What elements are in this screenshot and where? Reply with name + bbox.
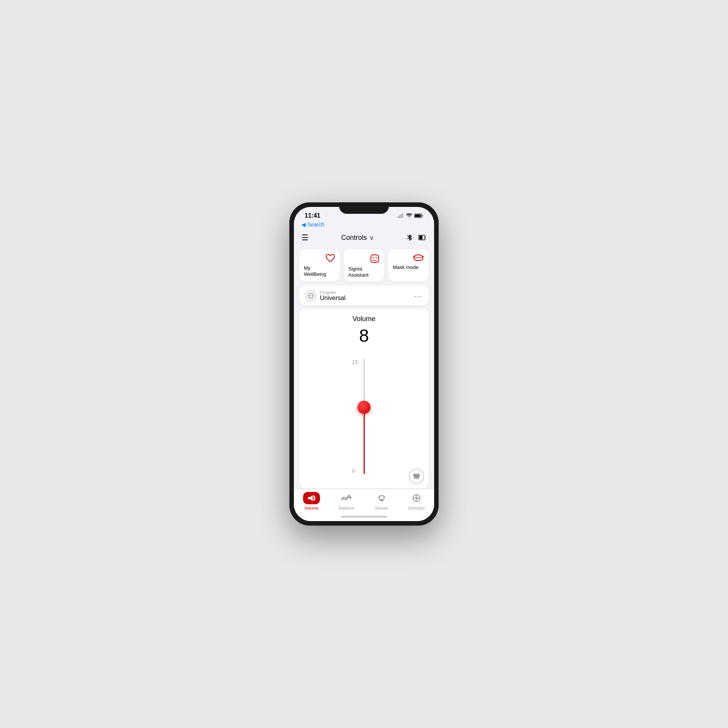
program-info: Program Universal [305, 290, 346, 302]
balance-tab-icon-wrap [338, 492, 355, 504]
assistant-icon [370, 254, 380, 264]
svg-rect-2 [400, 214, 402, 218]
chevron-down-icon[interactable]: ∨ [369, 234, 374, 241]
slider-track[interactable] [364, 359, 365, 474]
status-icons [397, 213, 423, 218]
tab-stream[interactable]: Stream [364, 492, 399, 510]
status-time: 11:41 [305, 212, 320, 219]
svg-point-28 [416, 498, 417, 499]
program-header: Program Universal ··· [299, 285, 429, 306]
assistant-card[interactable]: SigniaAssistant [344, 249, 384, 282]
direction-tab-label: Direction [408, 506, 425, 510]
more-button[interactable]: ··· [414, 292, 423, 300]
svg-line-14 [423, 256, 424, 257]
tab-volume[interactable]: Volume [294, 492, 329, 510]
phone-frame: 11:41 [289, 202, 439, 526]
volume-tab-icon [307, 495, 316, 502]
volume-section: Volume 8 15 0 [299, 309, 429, 489]
svg-point-12 [376, 257, 377, 259]
adjust-button[interactable] [409, 469, 424, 484]
min-label: 0 [352, 468, 358, 474]
svg-rect-8 [425, 236, 426, 239]
balance-tab-label: Balance [339, 506, 354, 510]
volume-title: Volume [353, 315, 375, 323]
slider-container: 15 0 [305, 351, 423, 482]
slider-thumb[interactable] [357, 401, 371, 414]
wifi-icon [406, 213, 412, 218]
program-text: Program Universal [320, 290, 346, 302]
volume-tab-icon-wrap [303, 492, 320, 504]
nav-bar: ☰ Controls ∨ [294, 230, 434, 246]
tab-bar: Volume Balance [294, 489, 434, 512]
program-label-text: Program [320, 290, 346, 295]
svg-rect-3 [402, 213, 403, 218]
svg-point-23 [418, 474, 420, 476]
direction-tab-icon-wrap [408, 492, 425, 504]
nav-title-area: Controls ∨ [341, 234, 374, 242]
device-battery-icon[interactable] [418, 233, 426, 242]
signal-icon [397, 213, 404, 218]
slider-fill-top [364, 359, 365, 407]
home-indicator-bar [341, 516, 387, 518]
slider-labels: 15 0 [352, 359, 358, 474]
menu-icon[interactable]: ☰ [302, 233, 308, 242]
stream-tab-icon-wrap [373, 492, 390, 504]
slider-track-area[interactable]: 15 0 [364, 359, 365, 474]
program-name: Universal [320, 295, 346, 302]
svg-line-13 [413, 256, 414, 257]
bluetooth-icon[interactable] [407, 233, 413, 242]
notch [339, 202, 389, 214]
svg-rect-9 [420, 236, 423, 239]
svg-point-22 [416, 476, 418, 478]
svg-marker-24 [308, 495, 313, 501]
svg-rect-10 [371, 255, 379, 262]
wellbeing-label: MyWellBeing [304, 265, 335, 277]
mask-card[interactable]: Mask mode [388, 249, 429, 282]
nav-title: Controls [341, 234, 367, 242]
heart-icon [325, 254, 335, 263]
stream-tab-label: Stream [375, 506, 388, 510]
slider-fill-bottom [364, 407, 365, 474]
globe-icon [305, 290, 316, 301]
program-card: Program Universal ··· [299, 285, 429, 306]
svg-rect-25 [379, 496, 384, 500]
nav-icons [407, 233, 426, 242]
svg-rect-0 [397, 216, 398, 218]
stream-tab-icon [377, 494, 386, 502]
back-button[interactable]: ◀ Search [294, 221, 434, 230]
quick-actions: MyWellBeing SigniaAssistant [294, 246, 434, 285]
max-label: 15 [352, 359, 358, 365]
svg-rect-5 [422, 215, 423, 217]
svg-rect-1 [399, 215, 400, 218]
tab-direction[interactable]: Direction [399, 492, 435, 510]
mask-icon [413, 254, 424, 262]
assistant-label: SigniaAssistant [348, 266, 380, 278]
balance-tab-icon [341, 495, 352, 502]
tab-balance[interactable]: Balance [329, 492, 364, 510]
svg-point-11 [373, 257, 374, 259]
battery-icon [414, 213, 423, 218]
direction-tab-icon [412, 494, 421, 502]
svg-point-21 [414, 474, 416, 476]
wellbeing-card[interactable]: MyWellBeing [299, 249, 340, 282]
svg-rect-6 [415, 215, 421, 217]
volume-value: 8 [359, 325, 369, 346]
mask-label: Mask mode [393, 264, 424, 271]
home-indicator [294, 512, 434, 521]
volume-tab-label: Volume [304, 506, 318, 510]
phone-screen: 11:41 [294, 207, 434, 521]
